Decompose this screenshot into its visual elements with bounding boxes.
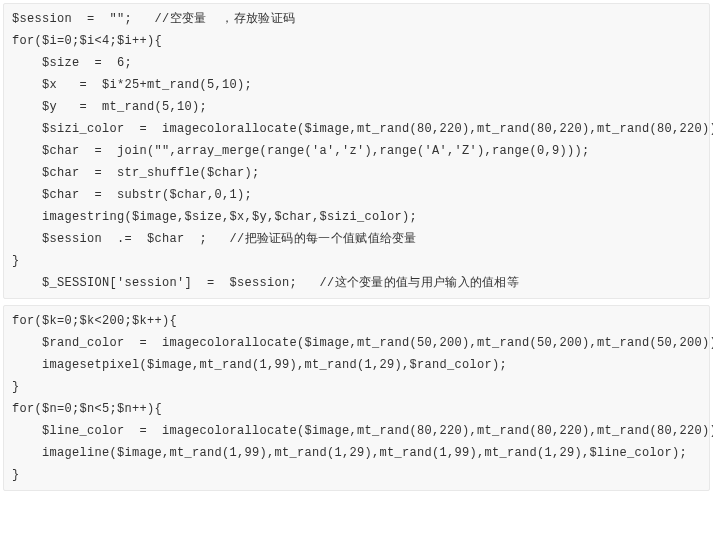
code-line: for($i=0;$i<4;$i++){ <box>12 30 701 52</box>
code-block-2: for($k=0;$k<200;$k++){ $rand_color = ima… <box>3 305 710 491</box>
code-line: $session = ""; //空变量 ，存放验证码 <box>12 8 701 30</box>
code-line: $char = str_shuffle($char); <box>12 162 701 184</box>
code-line: } <box>12 464 701 486</box>
code-line: imagestring($image,$size,$x,$y,$char,$si… <box>12 206 701 228</box>
code-line: imagesetpixel($image,mt_rand(1,99),mt_ra… <box>12 354 701 376</box>
code-block-1: $session = ""; //空变量 ，存放验证码 for($i=0;$i<… <box>3 3 710 299</box>
code-line: $size = 6; <box>12 52 701 74</box>
code-line: } <box>12 376 701 398</box>
code-line: for($k=0;$k<200;$k++){ <box>12 310 701 332</box>
code-line: } <box>12 250 701 272</box>
code-line: $rand_color = imagecolorallocate($image,… <box>12 332 701 354</box>
code-line: $x = $i*25+mt_rand(5,10); <box>12 74 701 96</box>
code-line: $session .= $char ; //把验证码的每一个值赋值给变量 <box>12 228 701 250</box>
code-line: $y = mt_rand(5,10); <box>12 96 701 118</box>
code-line: imageline($image,mt_rand(1,99),mt_rand(1… <box>12 442 701 464</box>
code-line: $sizi_color = imagecolorallocate($image,… <box>12 118 701 140</box>
code-line: for($n=0;$n<5;$n++){ <box>12 398 701 420</box>
code-line: $char = substr($char,0,1); <box>12 184 701 206</box>
code-line: $char = join("",array_merge(range('a','z… <box>12 140 701 162</box>
code-line: $line_color = imagecolorallocate($image,… <box>12 420 701 442</box>
code-line: $_SESSION['session'] = $session; //这个变量的… <box>12 272 701 294</box>
